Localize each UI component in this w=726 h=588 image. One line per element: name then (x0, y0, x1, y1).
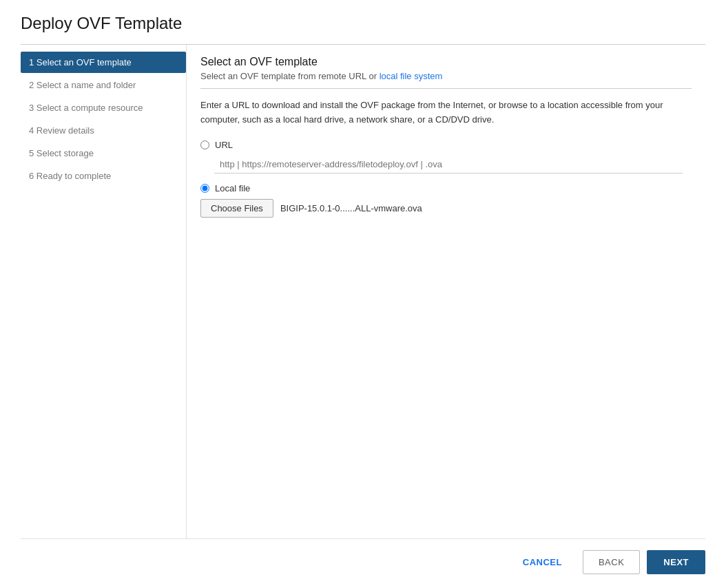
content-subtitle: Select an OVF template from remote URL o… (200, 71, 692, 81)
footer: CANCEL BACK NEXT (21, 538, 705, 588)
sidebar-item-step3: 3 Select a compute resource (21, 97, 186, 118)
description-text: Enter a URL to download and install the … (200, 98, 669, 127)
page-container: Deploy OVF Template 1 Select an OVF temp… (0, 0, 726, 588)
local-file-radio-row: Local file (200, 183, 692, 193)
next-button[interactable]: NEXT (647, 550, 705, 574)
url-input[interactable] (214, 156, 683, 174)
main-layout: 1 Select an OVF template 2 Select a name… (21, 45, 705, 538)
content-title: Select an OVF template (200, 56, 692, 68)
radio-group: URL Local file Choose Files BIGIP-15.0.1… (200, 140, 692, 218)
cancel-button[interactable]: CANCEL (509, 550, 576, 574)
sidebar-item-step5: 5 Select storage (21, 143, 186, 164)
file-name-display: BIGIP-15.0.1-0......ALL-vmware.ova (280, 203, 422, 213)
url-radio-row: URL (200, 140, 692, 150)
local-file-row: Choose Files BIGIP-15.0.1-0......ALL-vmw… (200, 199, 692, 218)
back-button[interactable]: BACK (583, 550, 640, 574)
local-file-radio-label[interactable]: Local file (215, 183, 250, 193)
url-radio[interactable] (200, 140, 209, 149)
content-area: Select an OVF template Select an OVF tem… (186, 45, 705, 538)
choose-files-button[interactable]: Choose Files (200, 199, 273, 218)
sidebar-item-step6: 6 Ready to complete (21, 165, 186, 187)
sidebar-item-step4: 4 Review details (21, 120, 186, 141)
local-file-radio[interactable] (200, 184, 209, 193)
sidebar: 1 Select an OVF template 2 Select a name… (21, 45, 186, 538)
local-file-system-link[interactable]: local file system (380, 71, 443, 81)
page-title: Deploy OVF Template (21, 14, 705, 33)
url-radio-label[interactable]: URL (215, 140, 233, 150)
content-divider (200, 88, 692, 89)
sidebar-item-step2: 2 Select a name and folder (21, 74, 186, 96)
sidebar-item-step1[interactable]: 1 Select an OVF template (21, 52, 186, 73)
